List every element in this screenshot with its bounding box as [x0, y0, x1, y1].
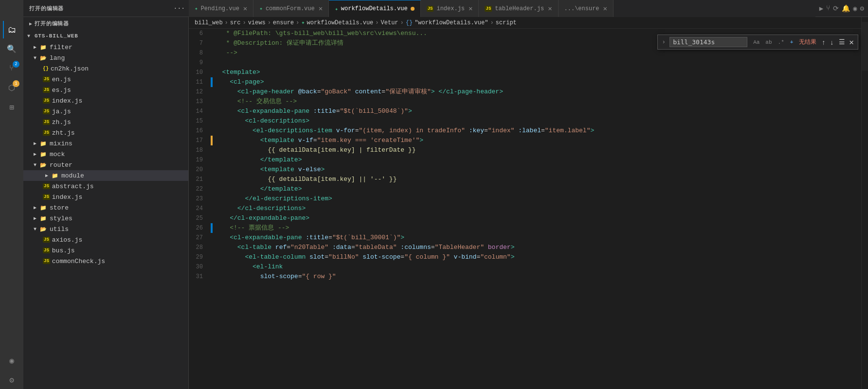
branch-icon[interactable]: ⑂ — [826, 4, 830, 12]
activity-files[interactable]: 🗂 — [3, 21, 20, 38]
tab-close-button[interactable]: ✕ — [469, 4, 472, 13]
search-input[interactable] — [669, 37, 747, 47]
tree-label-axios: axios.js — [52, 236, 82, 244]
line-num-17: 17 — [189, 136, 211, 145]
search-bar[interactable]: › Aa ab .* + 无结果 ↑ ↓ ☰ ✕ — [657, 35, 858, 50]
tab-close-button[interactable]: ✕ — [243, 4, 247, 13]
tree-item-zht[interactable]: JS zht.js — [23, 127, 188, 138]
tab-pending[interactable]: ✦Pending.vue✕ — [189, 0, 253, 17]
folder-icon-module: 📁 — [51, 173, 59, 179]
tab-workflowDetails[interactable]: ✦workflowDetails.vue — [329, 0, 420, 17]
file-icon-zht: JS — [43, 130, 50, 136]
tab-vue-icon: ✦ — [195, 5, 198, 12]
settings-icon[interactable]: ⚙ — [860, 4, 864, 13]
preserve-case-option[interactable]: + — [788, 39, 796, 46]
tree-item-router[interactable]: ▼ 📂 router — [23, 159, 188, 170]
folder-icon-lang: 📂 — [39, 55, 48, 61]
tree-item-index-lang[interactable]: JS index.js — [23, 95, 188, 106]
sidebar-more-button[interactable]: ··· — [174, 5, 185, 12]
next-result-button[interactable]: ↓ — [829, 38, 835, 46]
tab-label: commonForm.vue — [266, 5, 315, 12]
tree-item-styles[interactable]: ▶ 📁 styles — [23, 213, 188, 224]
tree-item-mixins[interactable]: ▶ 📁 mixins — [23, 138, 188, 149]
tree-item-abstract[interactable]: JS abstract.js — [23, 181, 188, 192]
tree-label-en: en.js — [52, 76, 71, 83]
line-content-31: slot-scope="{ row }" — [213, 272, 861, 282]
code-line-21: 21 {{ detailData[item.key] || '--' }} — [189, 175, 861, 184]
tree-item-axios[interactable]: JS axios.js — [23, 234, 188, 245]
activity-debug[interactable]: ⬡1 — [3, 79, 20, 97]
code-line-18: 18 {{ detailData[item.key] | filterDate … — [189, 145, 861, 155]
tree-item-bus[interactable]: JS bus.js — [23, 245, 188, 256]
code-line-8: 8 --> — [189, 48, 861, 58]
tree-label-index-lang: index.js — [52, 97, 82, 105]
tree-item-ja[interactable]: JS ja.js — [23, 106, 188, 117]
minimap-thumb — [862, 22, 868, 71]
file-explorer: ▶ 打开的编辑器 ▼ GTS-BILL_WEB ▶ 📁 filter ▼ 📂 l… — [23, 17, 189, 389]
tab-commonForm[interactable]: ✦commonForm.vue✕ — [253, 0, 329, 17]
tree-label-zh: zh.js — [52, 119, 71, 126]
tree-item-index-router[interactable]: JS index.js — [23, 192, 188, 202]
tree-item-utils[interactable]: ▼ 📂 utils — [23, 224, 188, 234]
code-line-29: 29 <el-table-column slot="billNo" slot-s… — [189, 252, 861, 262]
activity-git[interactable]: ⑂2 — [3, 60, 20, 77]
activity-account[interactable]: ◉ — [3, 352, 20, 370]
tab-close-button[interactable]: ✕ — [548, 4, 552, 13]
line-num-16: 16 — [189, 126, 211, 136]
minimap-scrollbar[interactable] — [861, 17, 868, 389]
tab-close-button[interactable]: ✕ — [603, 4, 607, 13]
account-icon[interactable]: ◉ — [853, 4, 857, 13]
folder-chevron-router: ▼ — [31, 162, 39, 168]
case-sensitive-option[interactable]: Aa — [751, 39, 761, 46]
code-line-30: 30 <el-link — [189, 262, 861, 272]
tree-item-commoncheck[interactable]: JS commonCheck.js — [23, 256, 188, 266]
tree-label-es: es.js — [52, 87, 71, 94]
tree-label-abstract: abstract.js — [52, 183, 94, 190]
folder-chevron-mock: ▶ — [31, 151, 39, 157]
tree-item-module[interactable]: ▶ 📁 module — [23, 170, 188, 181]
right-action-icons: ▶ ⑂ ⟳ 🔔 ◉ ⚙ — [815, 0, 868, 17]
whole-word-option[interactable]: ab — [763, 39, 774, 46]
bell-icon[interactable]: 🔔 — [842, 4, 850, 13]
regex-option[interactable]: .* — [776, 39, 786, 46]
tree-item-en[interactable]: JS en.js — [23, 74, 188, 85]
line-content-15: <cl-descriptions> — [213, 116, 861, 126]
sync-icon[interactable]: ⟳ — [833, 4, 839, 13]
code-editor[interactable]: 6 * @FilePath: \gts-bill_web\bill_web\sr… — [189, 29, 861, 389]
tree-label-bus: bus.js — [52, 247, 75, 254]
breadcrumb-src: src — [230, 19, 241, 26]
prev-result-button[interactable]: ↑ — [820, 38, 827, 46]
line-num-31: 31 — [189, 272, 211, 282]
line-num-15: 15 — [189, 116, 211, 126]
tree-label-lang: lang — [50, 54, 65, 62]
activity-search[interactable]: 🔍 — [3, 40, 20, 58]
folder-chevron-lang: ▼ — [31, 55, 39, 61]
line-num-7: 7 — [189, 38, 211, 48]
tab-js-icon: JS — [485, 6, 492, 12]
line-content-18: {{ detailData[item.key] | filterDate }} — [213, 145, 861, 155]
search-more-button[interactable]: ☰ — [839, 38, 845, 46]
close-search-button[interactable]: ✕ — [849, 37, 854, 47]
project-section[interactable]: ▼ GTS-BILL_WEB — [23, 30, 188, 42]
activity-extensions[interactable]: ⊞ — [3, 99, 20, 116]
tab-vue-icon: ✦ — [335, 6, 338, 12]
tree-item-lang[interactable]: ▼ 📂 lang — [23, 53, 188, 63]
tab-tableHeader[interactable]: JStableHeader.js✕ — [479, 0, 558, 17]
line-num-21: 21 — [189, 175, 211, 184]
tree-item-mock[interactable]: ▶ 📁 mock — [23, 149, 188, 159]
tree-item-store[interactable]: ▶ 📁 store — [23, 202, 188, 213]
run-icon[interactable]: ▶ — [819, 4, 823, 13]
tab-close-button[interactable]: ✕ — [319, 4, 323, 13]
tree-item-es[interactable]: JS es.js — [23, 85, 188, 95]
line-content-26: <!-- 票据信息 --> — [213, 223, 861, 233]
tree-item-filter[interactable]: ▶ 📁 filter — [23, 42, 188, 53]
tab-index_js[interactable]: JSindex.js✕ — [421, 0, 479, 17]
tree-label-zht: zht.js — [52, 129, 75, 137]
line-content-29: <el-table-column slot="billNo" slot-scop… — [213, 252, 861, 262]
tree-item-cn2hk[interactable]: {} cn2hk.json — [23, 63, 188, 74]
search-input-icon: › — [662, 38, 666, 46]
open-editors-section[interactable]: ▶ 打开的编辑器 — [23, 17, 188, 30]
tree-item-zh[interactable]: JS zh.js — [23, 117, 188, 127]
tab-ensure[interactable]: ...\ensure✕ — [559, 0, 614, 17]
activity-settings[interactable]: ⚙ — [3, 371, 20, 389]
